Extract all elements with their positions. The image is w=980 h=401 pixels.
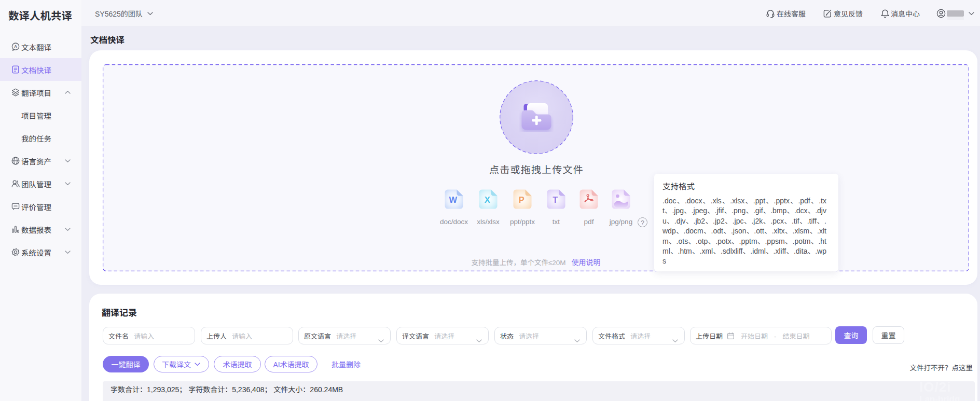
svg-text:W: W — [449, 195, 457, 204]
svg-text:P: P — [519, 195, 524, 204]
svg-text:X: X — [485, 195, 490, 204]
svg-text:A: A — [14, 44, 17, 49]
svg-text:T: T — [553, 195, 558, 204]
